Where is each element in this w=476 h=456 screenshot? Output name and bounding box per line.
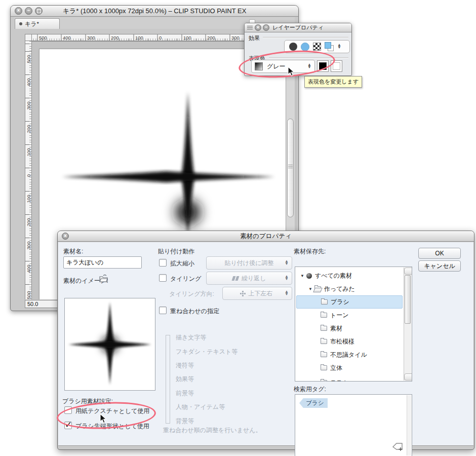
tree-item-label: すべての素材 — [315, 272, 352, 280]
mouse-cursor — [100, 413, 107, 424]
border-effect-icon[interactable] — [289, 43, 297, 51]
overlay-note: 重ね合わせ順の調整を行いません。 — [163, 426, 262, 435]
ruler-label: 100 — [26, 144, 31, 161]
tag-label: ブラシ — [306, 399, 324, 407]
repeat-value: 繰り返し — [242, 274, 266, 283]
tag-brush[interactable]: ブラシ — [299, 398, 328, 408]
tone-effect-icon[interactable] — [301, 43, 309, 51]
tree-scrollbar[interactable]: ▲ ▼ — [404, 268, 411, 381]
tree-item-tone[interactable]: トーン — [295, 309, 404, 322]
ruler-label: 300 — [26, 97, 31, 115]
repeat-icon — [232, 276, 239, 281]
overlay-category: フキダシ・テキスト等 — [176, 348, 237, 356]
ruler-label: 300 — [26, 237, 31, 254]
tiling-checkbox[interactable] — [159, 274, 167, 282]
overlay-category: 漫符等 — [176, 361, 194, 370]
tree-item-label: 作ってみた — [324, 285, 355, 293]
all-materials-icon — [306, 273, 312, 279]
tree-item-label: 不思議タイル — [330, 351, 367, 359]
adjust-after-paste-value: 貼り付け後に調整 — [225, 259, 274, 268]
overlay-checkbox[interactable] — [159, 307, 167, 314]
ruler-label: 100 — [183, 35, 191, 41]
folder-icon — [321, 299, 328, 305]
tree-item-all-materials[interactable]: ▼ すべての素材 — [295, 269, 404, 282]
folder-icon — [321, 352, 327, 357]
ruler-label: 200 — [26, 121, 31, 138]
repeat-dropdown[interactable]: 繰り返し — [206, 272, 292, 285]
screen-tone-icon[interactable] — [313, 43, 321, 51]
divider — [263, 37, 348, 38]
material-name-input[interactable]: キラ大ぽいの — [63, 256, 142, 269]
overlay-category: 効果等 — [176, 375, 194, 384]
adjust-after-paste-dropdown[interactable]: 貼り付け後に調整 — [206, 256, 292, 270]
search-tags-box[interactable]: ブラシ — [295, 394, 412, 456]
ruler-label: 400 — [63, 35, 71, 41]
tree-item-label: 素材 — [330, 324, 342, 333]
open-folder-icon[interactable] — [99, 274, 109, 283]
dialog-titlebar[interactable]: 素材のプロパティ — [58, 231, 474, 242]
palette-title: レイヤープロパティ — [245, 24, 351, 31]
folder-icon — [321, 365, 327, 370]
tree-item-material[interactable]: 素材 — [295, 322, 404, 335]
ruler-label: 500 — [26, 287, 31, 304]
cancel-button-label: キャンセル — [424, 262, 455, 271]
material-name-value: キラ大ぽいの — [66, 259, 103, 266]
palette-titlebar[interactable]: レイヤープロパティ — [245, 23, 351, 32]
effect-label: 効果 — [249, 34, 260, 42]
tiling-direction-value: 上下左右 — [249, 289, 273, 298]
ruler-label: 500 — [26, 51, 31, 68]
scroll-up-icon[interactable]: ▲ — [404, 268, 412, 275]
folder-icon — [321, 380, 327, 382]
scrollbar-grip-icon — [288, 165, 293, 169]
tab-kira[interactable]: キラ* — [15, 18, 60, 29]
folder-icon — [321, 326, 327, 331]
dialog-title: 素材のプロパティ — [58, 232, 474, 241]
ok-button[interactable]: OK — [418, 248, 461, 259]
dropdown-stepper — [285, 276, 289, 281]
folder-icon — [321, 313, 327, 318]
search-tags-label: 検索用タグ: — [294, 385, 326, 394]
chevron-down-icon[interactable]: ▼ — [308, 287, 312, 291]
layer-color-icon[interactable] — [325, 42, 334, 51]
tree-item-brush-selected[interactable]: ブラシ — [296, 295, 403, 309]
cancel-button[interactable]: キャンセル — [418, 260, 461, 272]
ruler-label: 200 — [111, 35, 119, 41]
scale-checkbox[interactable] — [159, 259, 167, 267]
tree-item-fushigi-tile[interactable]: 不思議タイル — [295, 348, 404, 361]
save-destination-tree[interactable]: ▼ すべての素材 ▼ 作ってみた ブラシ トーン — [295, 267, 412, 382]
tree-item-clipped[interactable]: テスト — [295, 376, 404, 382]
tiling-direction-dropdown[interactable]: 上下左右 — [222, 287, 292, 300]
modified-dot-icon — [19, 22, 22, 25]
folder-icon — [321, 339, 327, 344]
scale-label: 拡大縮小 — [170, 259, 194, 268]
tree-item-tsukuttemita[interactable]: ▼ 作ってみた — [295, 282, 404, 295]
tree-item-label: トーン — [330, 311, 349, 320]
tiling-direction-label: タイリング方向: — [169, 290, 214, 298]
ruler-label: 0 — [26, 167, 31, 184]
canvas-window-titlebar[interactable]: キラ* (1000 x 1000px 72dpi 50.0%) – CLIP S… — [11, 6, 298, 17]
open-folder-icon — [314, 286, 321, 291]
ruler-label: 300 — [231, 35, 240, 41]
ruler-label: 0 — [159, 35, 162, 41]
tree-item-ichimatsu[interactable]: 市松模様 — [295, 335, 404, 348]
scroll-down-icon[interactable]: ▼ — [404, 373, 412, 381]
effect-stepper[interactable] — [337, 44, 341, 49]
scrollbar-thumb[interactable] — [405, 275, 411, 324]
ruler-label: 400 — [26, 74, 31, 91]
ruler-corner — [25, 34, 32, 41]
dropdown-stepper — [285, 291, 289, 296]
tree-item-label: 立体 — [330, 364, 342, 372]
chevron-down-icon[interactable]: ▼ — [300, 274, 304, 278]
add-tag-icon[interactable] — [391, 442, 404, 452]
material-image-preview — [64, 298, 155, 391]
tree-item-label: テスト — [330, 378, 349, 382]
ok-button-label: OK — [435, 250, 444, 257]
tree-item-rittai[interactable]: 立体 — [295, 361, 404, 374]
tab-label: キラ* — [25, 20, 39, 28]
sparkle-preview — [65, 298, 155, 390]
tooltip: 表現色を変更します — [304, 76, 362, 88]
paste-section-label: 貼り付け動作 — [158, 247, 195, 256]
save-destination-label: 素材保存先: — [294, 247, 326, 256]
tags-scrollbar[interactable] — [407, 395, 411, 455]
sparkle-artwork — [60, 90, 276, 238]
